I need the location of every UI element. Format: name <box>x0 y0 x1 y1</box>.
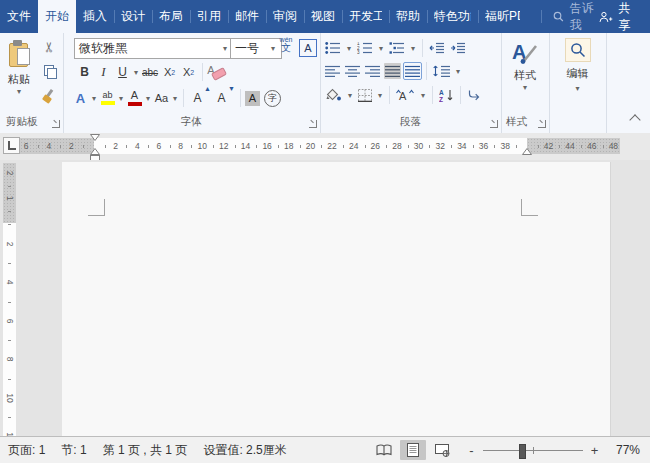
tab-review[interactable]: 审阅 <box>266 0 304 33</box>
align-center-button[interactable] <box>344 63 361 79</box>
enclose-characters-button[interactable]: 字 <box>264 90 281 107</box>
bullets-icon <box>325 42 341 54</box>
tab-mailings[interactable]: 邮件 <box>228 0 266 33</box>
editing-caret-icon[interactable] <box>574 84 582 93</box>
horizontal-ruler[interactable]: 6422468101214161820222426283032343638424… <box>20 138 650 154</box>
underline-button[interactable]: U <box>115 62 130 82</box>
character-shading-button[interactable]: A <box>245 91 260 106</box>
font-color-button[interactable]: A <box>127 88 142 108</box>
change-case-button[interactable]: Aa <box>154 88 169 108</box>
sort-button[interactable]: AZ <box>438 87 455 104</box>
ruler-number: 4 <box>42 141 56 151</box>
multilevel-list-button[interactable] <box>388 40 406 56</box>
styles-dialog-launcher-icon[interactable] <box>538 120 546 128</box>
vertical-ruler[interactable]: 2124681012 <box>3 163 16 437</box>
tab-foxit[interactable]: 福昕PDF <box>478 0 527 33</box>
text-effects-caret-icon[interactable] <box>90 94 98 103</box>
numbering-button[interactable]: 123 <box>356 40 374 56</box>
text-effects-button[interactable]: A <box>73 88 88 108</box>
status-setting-value[interactable]: 设置值: 2.5厘米 <box>203 442 286 459</box>
paste-button[interactable]: 粘贴 <box>3 38 35 110</box>
clipboard-dialog-launcher-icon[interactable] <box>52 120 60 128</box>
line-spacing-button[interactable] <box>432 63 451 79</box>
font-size-combobox[interactable]: 一号 <box>230 38 282 59</box>
show-marks-button[interactable] <box>466 87 482 103</box>
align-left-button[interactable] <box>324 63 341 79</box>
status-bar: 页面: 1 节: 1 第 1 页 , 共 1 页 设置值: 2.5厘米 - + … <box>0 436 650 463</box>
copy-button[interactable] <box>39 61 59 81</box>
asian-layout-caret-icon[interactable] <box>419 91 427 100</box>
tab-home[interactable]: 开始 <box>38 0 76 33</box>
strikethrough-button[interactable]: abc <box>142 62 158 82</box>
styles-button[interactable]: A 样式 <box>501 39 549 93</box>
clear-formatting-button[interactable]: A <box>207 64 225 80</box>
font-name-caret-icon[interactable] <box>221 44 229 53</box>
align-right-button[interactable] <box>364 63 381 79</box>
editing-button[interactable] <box>565 38 591 62</box>
font-name-combobox[interactable]: 微软雅黑 <box>74 38 234 59</box>
superscript-button[interactable]: X2 <box>181 62 196 82</box>
first-line-indent-marker[interactable] <box>90 134 100 141</box>
shrink-font-button[interactable]: A <box>214 88 234 108</box>
zoom-percentage[interactable]: 77% <box>608 443 640 457</box>
character-border-button[interactable]: A <box>299 39 317 57</box>
tab-developer[interactable]: 开发工具 <box>342 0 389 33</box>
zoom-in-button[interactable]: + <box>590 443 599 458</box>
bullets-button[interactable] <box>324 40 342 56</box>
distribute-button[interactable] <box>404 63 421 79</box>
right-indent-marker[interactable] <box>522 148 532 155</box>
line-spacing-caret-icon[interactable] <box>454 67 462 76</box>
tab-references[interactable]: 引用 <box>190 0 228 33</box>
bullets-caret-icon[interactable] <box>345 44 353 53</box>
multilevel-caret-icon[interactable] <box>409 44 417 53</box>
zoom-out-button[interactable]: - <box>467 443 476 458</box>
increase-indent-button[interactable] <box>449 40 467 56</box>
zoom-slider-thumb[interactable] <box>519 444 526 459</box>
status-page-number[interactable]: 页面: 1 <box>8 442 45 459</box>
grow-font-button[interactable]: A <box>190 88 210 108</box>
tab-selector[interactable] <box>3 137 20 154</box>
paste-dropdown-caret-icon[interactable] <box>15 87 23 96</box>
tab-view[interactable]: 视图 <box>304 0 342 33</box>
change-case-caret-icon[interactable] <box>171 94 179 103</box>
ruler-tick <box>343 145 344 148</box>
highlight-color-button[interactable]: ab <box>100 88 115 108</box>
status-section[interactable]: 节: 1 <box>61 442 86 459</box>
styles-caret-icon[interactable] <box>521 83 529 93</box>
shading-caret-icon[interactable] <box>346 91 354 100</box>
tab-help[interactable]: 帮助 <box>389 0 427 33</box>
paragraph-dialog-launcher-icon[interactable] <box>490 120 498 128</box>
asian-layout-button[interactable]: A <box>395 87 416 104</box>
read-mode-button[interactable] <box>371 440 397 460</box>
web-layout-button[interactable] <box>429 440 455 460</box>
tab-design[interactable]: 设计 <box>114 0 152 33</box>
justify-button[interactable] <box>384 63 401 79</box>
numbering-caret-icon[interactable] <box>377 44 385 53</box>
borders-button[interactable] <box>357 87 373 104</box>
print-layout-icon <box>407 443 419 457</box>
subscript-button[interactable]: X2 <box>162 62 177 82</box>
borders-caret-icon[interactable] <box>376 91 384 100</box>
status-page-of[interactable]: 第 1 页 , 共 1 页 <box>103 442 188 459</box>
tab-file[interactable]: 文件 <box>0 0 38 33</box>
font-color-caret-icon[interactable] <box>144 94 152 103</box>
tab-layout[interactable]: 布局 <box>152 0 190 33</box>
italic-button[interactable]: I <box>96 62 111 82</box>
tab-insert[interactable]: 插入 <box>76 0 114 33</box>
cut-button[interactable]: ✂ <box>39 37 59 57</box>
shading-button[interactable] <box>324 86 343 104</box>
format-painter-button[interactable] <box>39 86 59 106</box>
zoom-slider-track[interactable] <box>483 444 583 457</box>
collapse-ribbon-icon[interactable] <box>629 114 640 125</box>
print-layout-button[interactable] <box>400 440 426 460</box>
underline-caret-icon[interactable] <box>132 68 140 77</box>
tab-special[interactable]: 特色功能 <box>427 0 478 33</box>
share-button[interactable]: 共享 <box>599 0 638 33</box>
tell-me-box[interactable]: 告诉我 <box>541 0 599 33</box>
font-dialog-launcher-icon[interactable] <box>309 120 317 128</box>
decrease-indent-button[interactable] <box>428 40 446 56</box>
highlight-caret-icon[interactable] <box>117 94 125 103</box>
phonetic-guide-button[interactable]: wén文 <box>276 36 296 53</box>
bold-button[interactable]: B <box>77 62 92 82</box>
document-page[interactable] <box>62 162 611 437</box>
